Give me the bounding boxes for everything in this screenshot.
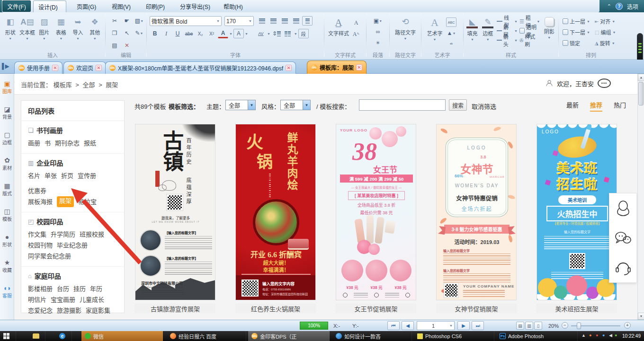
- menu-file[interactable]: 文件(F): [2, 0, 31, 12]
- cat-link[interactable]: 班报校报: [80, 229, 104, 240]
- taskbar-wechat[interactable]: 微信: [81, 331, 163, 341]
- rail-item-background[interactable]: ◪背景: [0, 102, 14, 124]
- rail-item-support[interactable]: ◖◗客服: [0, 281, 14, 303]
- headset-icon[interactable]: [614, 258, 633, 276]
- cat-link-banner-active[interactable]: 展架: [57, 196, 74, 207]
- cat-link[interactable]: 年历: [90, 283, 102, 294]
- cancel-filter-button[interactable]: 取消筛选: [472, 102, 496, 111]
- insert-image-button[interactable]: ▨ 图片▼: [36, 14, 53, 50]
- cat-link[interactable]: 同学聚会纪念册: [28, 251, 71, 262]
- paragraph-mark-button[interactable]: 段: [298, 29, 309, 38]
- zoom-slider-thumb[interactable]: [577, 323, 581, 329]
- template-card[interactable]: LOGO 3.8 女神节 66% MARCH8 WOMEN'S DAY 女神节特…: [436, 124, 517, 313]
- wordart-abc-icon[interactable]: ABC: [446, 17, 456, 27]
- breadcrumb-banner[interactable]: 展架: [106, 81, 118, 88]
- font-size-select[interactable]: 170▼: [224, 16, 254, 26]
- insert-shape-button[interactable]: ◧ 形状▼: [2, 14, 19, 50]
- edit-shape-icon[interactable]: ✎▼: [134, 28, 144, 38]
- cat-link[interactable]: 书: [45, 138, 51, 149]
- help-icon[interactable]: ?: [616, 3, 623, 10]
- vertical-text-icon[interactable]: [302, 16, 313, 26]
- align-justify-icon[interactable]: [291, 16, 301, 26]
- text-wrap-icon[interactable]: ▣▼: [373, 16, 383, 26]
- wechat-icon[interactable]: [614, 230, 633, 246]
- align-left-icon[interactable]: [257, 16, 267, 26]
- taskbar-browser[interactable]: e: [56, 331, 72, 341]
- lock-button[interactable]: 锁定: [563, 39, 590, 47]
- cat-link[interactable]: 恋爱纪念: [28, 305, 53, 316]
- cat-link[interactable]: 升学简历: [51, 229, 75, 240]
- cat-link[interactable]: 作文集: [28, 229, 46, 240]
- send-backward-button[interactable]: 下一层▼: [563, 28, 590, 36]
- line-spacing-button[interactable]: ⇕: [271, 29, 282, 38]
- taskbar-photoshop[interactable]: Ps Adobe Photosh: [496, 331, 578, 341]
- group-button[interactable]: ⬚编组▼: [595, 28, 616, 36]
- zoom-in-button[interactable]: +: [624, 322, 631, 329]
- scroll-down-icon[interactable]: ▼: [638, 313, 644, 320]
- arrow-head-button[interactable]: 箭头▼: [497, 36, 518, 44]
- cat-link[interactable]: 台历: [57, 283, 69, 294]
- rail-item-material[interactable]: ✿素材: [0, 153, 14, 175]
- italic-button[interactable]: I: [161, 29, 171, 38]
- shadow-button[interactable]: 阴影▼: [542, 15, 556, 51]
- insert-table-button[interactable]: ▦ 表格▼: [53, 14, 70, 50]
- collapse-ribbon-icon[interactable]: ⌃: [607, 3, 611, 9]
- taskbar-dps[interactable]: DPS 金印客DPS（正: [248, 331, 330, 341]
- cat-link[interactable]: 影楼相册: [28, 283, 53, 294]
- view-mode-1-icon[interactable]: ▤: [516, 322, 524, 330]
- menu-tab-share[interactable]: 分享导出(S): [175, 0, 215, 12]
- prev-page-button[interactable]: ◀: [402, 321, 414, 330]
- sort-newest[interactable]: 最新: [566, 100, 579, 112]
- cat-link[interactable]: 毕业纪念册: [57, 240, 88, 251]
- wordart-ab-icon[interactable]: ᵃᵇ: [446, 39, 456, 49]
- menu-tab-page[interactable]: 页面(G): [72, 0, 101, 12]
- border-button[interactable]: ✎ 边框▼: [481, 15, 495, 51]
- menu-tab-print[interactable]: 印刷(P): [141, 0, 170, 12]
- main-scrollbar[interactable]: ▲ ▼: [637, 74, 644, 320]
- path-text-button[interactable]: ⟲ 路径文字▼: [392, 14, 419, 50]
- text-style-button[interactable]: A̲ 文字样式: [326, 15, 351, 51]
- insert-textbox-button[interactable]: A▤ 文本框▼: [19, 14, 36, 50]
- doc-tab-file[interactable]: DPS X展架-80×180cm单面-圣诞老人圣诞节促销展架191223-094…: [105, 61, 296, 74]
- font-family-select[interactable]: 微软雅黑 Bold▼: [150, 16, 222, 26]
- template-title[interactable]: 古镇旅游宣传展架: [135, 304, 215, 313]
- paste-icon[interactable]: ▤: [109, 41, 120, 50]
- font-color-button[interactable]: A: [218, 29, 228, 38]
- unlink-icon[interactable]: ✳: [373, 38, 383, 47]
- insert-other-button[interactable]: ❖ 其他▼: [86, 14, 103, 50]
- doc-tab-manual[interactable]: DPS 使用手册 ✕: [14, 61, 63, 74]
- template-search-input[interactable]: [359, 99, 446, 111]
- template-title[interactable]: 女神节促销展架: [436, 304, 517, 313]
- sort-hot[interactable]: 热门: [614, 100, 626, 112]
- cat-link[interactable]: 优惠券: [28, 185, 46, 196]
- select-cursor-icon[interactable]: ↖: [122, 28, 132, 38]
- options-button[interactable]: 选项: [627, 2, 638, 10]
- tray-expand-icon[interactable]: ▲: [581, 333, 586, 338]
- template-card[interactable]: LOGO 美术班 招生啦 美术培训 火热招生中 【老师专业 / 环境优越 / 权…: [537, 124, 617, 313]
- start-button[interactable]: [0, 331, 16, 341]
- tray-icon[interactable]: ●: [589, 333, 591, 338]
- rail-item-favorites[interactable]: ★收藏: [0, 255, 14, 277]
- text-style-a1-icon[interactable]: A: [351, 18, 361, 27]
- first-page-button[interactable]: ⏮: [387, 321, 400, 330]
- ribbon-side-widget[interactable]: [637, 33, 643, 62]
- taskbar-design-doc[interactable]: 如何设计一款吝: [332, 331, 412, 341]
- style-select[interactable]: 全部▼: [280, 100, 311, 110]
- insert-import-button[interactable]: ➥ 导入▼: [70, 14, 87, 50]
- superscript-button[interactable]: X²: [206, 29, 217, 38]
- next-page-button[interactable]: ▶: [457, 321, 470, 330]
- cat-link[interactable]: 名片: [28, 170, 40, 181]
- close-icon[interactable]: ✕: [52, 65, 58, 71]
- cat-link[interactable]: 校园刊物: [28, 240, 53, 251]
- text-style-a2-icon[interactable]: A✎: [351, 29, 361, 39]
- align-button[interactable]: ⇤对齐▼: [595, 17, 616, 26]
- template-card[interactable]: 古镇 百年历史 底蕴深厚 跟我来，了解更多 LET WE KNOW MORE A…: [135, 124, 215, 313]
- taskbar-explorer[interactable]: [29, 331, 45, 341]
- sort-recommended[interactable]: 推荐: [590, 100, 602, 112]
- cat-link[interactable]: 折页: [61, 170, 73, 181]
- wordart-button[interactable]: A 艺术字▼: [423, 15, 446, 51]
- cat-link[interactable]: 报纸: [84, 138, 96, 149]
- template-card[interactable]: YOUR LOGO 38 女王节 满 599 减 200 满 299 减 50 …: [336, 124, 416, 313]
- cat-link[interactable]: 宝宝画册: [51, 294, 75, 305]
- copy-icon[interactable]: ❐: [109, 28, 120, 38]
